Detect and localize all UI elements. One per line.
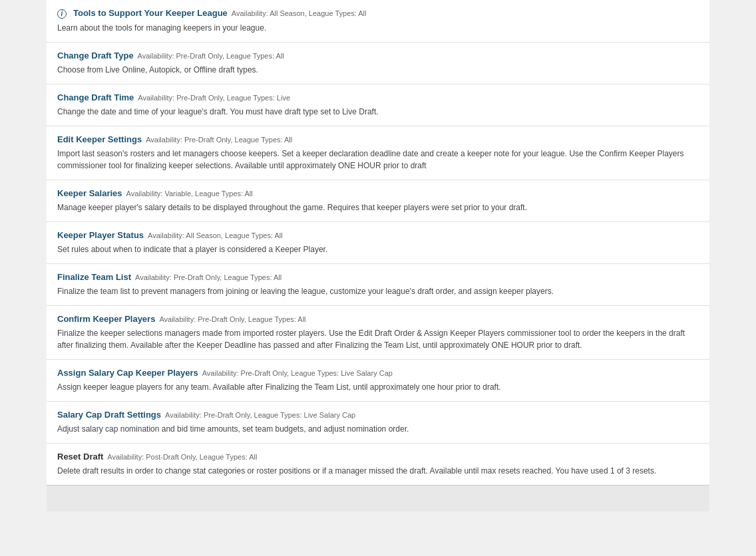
- tool-title-link-keeper-player-status[interactable]: Keeper Player Status: [57, 230, 144, 240]
- tool-description-change-draft-time: Change the date and time of your league'…: [57, 106, 699, 118]
- tool-description-confirm-keeper-players: Finalize the keeper selections managers …: [57, 327, 699, 351]
- availability-text-reset-draft: Availability: Post-Draft Only, League Ty…: [107, 453, 257, 461]
- tool-title-link-edit-keeper-settings[interactable]: Edit Keeper Settings: [57, 134, 142, 144]
- tool-header-edit-keeper-settings: Edit Keeper SettingsAvailability: Pre-Dr…: [57, 134, 699, 144]
- tool-description-reset-draft: Delete draft results in order to change …: [57, 465, 699, 477]
- tool-title-plain-reset-draft: Reset Draft: [57, 452, 103, 462]
- availability-text-assign-salary-cap-keeper: Availability: Pre-Draft Only, League Typ…: [202, 369, 393, 377]
- tool-description-keeper-salaries: Manage keeper player's salary details to…: [57, 202, 699, 213]
- availability-text-edit-keeper-settings: Availability: Pre-Draft Only, League Typ…: [146, 136, 292, 144]
- tool-header-keeper-player-status: Keeper Player StatusAvailability: All Se…: [57, 230, 699, 240]
- tool-item-keeper-salaries: Keeper SalariesAvailability: Variable, L…: [47, 180, 709, 222]
- tool-item-assign-salary-cap-keeper: Assign Salary Cap Keeper PlayersAvailabi…: [47, 360, 709, 402]
- tool-item-reset-draft: Reset DraftAvailability: Post-Draft Only…: [47, 444, 709, 485]
- tool-item-finalize-team-list: Finalize Team ListAvailability: Pre-Draf…: [47, 264, 709, 306]
- availability-text-salary-cap-draft-settings: Availability: Pre-Draft Only, League Typ…: [165, 411, 355, 419]
- tool-description-assign-salary-cap-keeper: Assign keeper league players for any tea…: [57, 381, 699, 393]
- tool-title-link-change-draft-type[interactable]: Change Draft Type: [57, 51, 134, 61]
- tool-title-link-tools-support-keeper[interactable]: Tools to Support Your Keeper League: [73, 8, 228, 18]
- tool-description-salary-cap-draft-settings: Adjust salary cap nomination and bid tim…: [57, 423, 699, 435]
- tool-header-salary-cap-draft-settings: Salary Cap Draft SettingsAvailability: P…: [57, 410, 699, 420]
- tool-title-link-confirm-keeper-players[interactable]: Confirm Keeper Players: [57, 314, 155, 324]
- tool-header-keeper-salaries: Keeper SalariesAvailability: Variable, L…: [57, 188, 699, 198]
- bottom-bar: [47, 485, 709, 511]
- tool-title-link-finalize-team-list[interactable]: Finalize Team List: [57, 272, 131, 282]
- tool-title-link-assign-salary-cap-keeper[interactable]: Assign Salary Cap Keeper Players: [57, 368, 198, 378]
- availability-text-keeper-salaries: Availability: Variable, League Types: Al…: [126, 190, 253, 198]
- tool-description-finalize-team-list: Finalize the team list to prevent manage…: [57, 285, 699, 297]
- tool-item-change-draft-type: Change Draft TypeAvailability: Pre-Draft…: [47, 43, 709, 84]
- tool-item-keeper-player-status: Keeper Player StatusAvailability: All Se…: [47, 222, 709, 264]
- tool-header-assign-salary-cap-keeper: Assign Salary Cap Keeper PlayersAvailabi…: [57, 368, 699, 378]
- info-icon: i: [57, 9, 67, 19]
- availability-text-confirm-keeper-players: Availability: Pre-Draft Only, League Typ…: [159, 315, 305, 323]
- tool-item-salary-cap-draft-settings: Salary Cap Draft SettingsAvailability: P…: [47, 402, 709, 444]
- availability-text-keeper-player-status: Availability: All Season, League Types: …: [148, 231, 283, 239]
- tool-item-change-draft-time: Change Draft TimeAvailability: Pre-Draft…: [47, 84, 709, 126]
- availability-text-finalize-team-list: Availability: Pre-Draft Only, League Typ…: [135, 273, 282, 281]
- page-wrapper: iTools to Support Your Keeper LeagueAvai…: [0, 0, 756, 511]
- tool-description-tools-support-keeper: Learn about the tools for managing keepe…: [57, 22, 699, 34]
- tool-item-tools-support-keeper: iTools to Support Your Keeper LeagueAvai…: [47, 0, 709, 43]
- tool-header-reset-draft: Reset DraftAvailability: Post-Draft Only…: [57, 452, 699, 462]
- tool-description-change-draft-type: Choose from Live Online, Autopick, or Of…: [57, 64, 699, 76]
- tool-title-link-salary-cap-draft-settings[interactable]: Salary Cap Draft Settings: [57, 410, 161, 420]
- tool-header-finalize-team-list: Finalize Team ListAvailability: Pre-Draf…: [57, 272, 699, 282]
- tool-header-confirm-keeper-players: Confirm Keeper PlayersAvailability: Pre-…: [57, 314, 699, 324]
- tool-header-change-draft-time: Change Draft TimeAvailability: Pre-Draft…: [57, 92, 699, 102]
- tool-title-link-keeper-salaries[interactable]: Keeper Salaries: [57, 188, 122, 198]
- availability-text-change-draft-type: Availability: Pre-Draft Only, League Typ…: [138, 52, 284, 60]
- tool-header-change-draft-type: Change Draft TypeAvailability: Pre-Draft…: [57, 51, 699, 61]
- tool-description-edit-keeper-settings: Import last season's rosters and let man…: [57, 148, 699, 172]
- content-area: iTools to Support Your Keeper LeagueAvai…: [47, 0, 709, 485]
- tool-description-keeper-player-status: Set rules about when to indicate that a …: [57, 243, 699, 255]
- tool-item-edit-keeper-settings: Edit Keeper SettingsAvailability: Pre-Dr…: [47, 126, 709, 180]
- availability-text-change-draft-time: Availability: Pre-Draft Only, League Typ…: [138, 94, 290, 102]
- tool-header-tools-support-keeper: iTools to Support Your Keeper LeagueAvai…: [57, 8, 699, 19]
- tool-title-link-change-draft-time[interactable]: Change Draft Time: [57, 92, 134, 102]
- availability-text-tools-support-keeper: Availability: All Season, League Types: …: [232, 9, 367, 17]
- tool-item-confirm-keeper-players: Confirm Keeper PlayersAvailability: Pre-…: [47, 306, 709, 360]
